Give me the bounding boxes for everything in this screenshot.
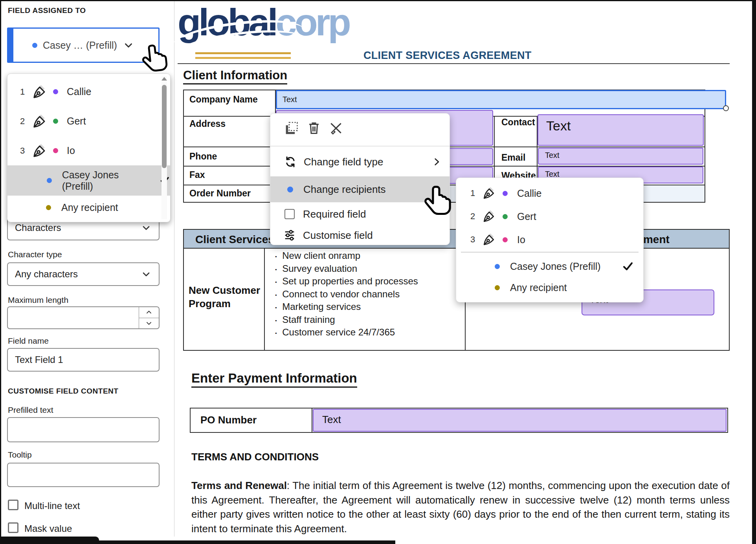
- field-placeholder: Text: [283, 95, 297, 104]
- scrollbar-thumb[interactable]: [162, 85, 167, 168]
- change-recipients-submenu: 1 Callie 2 Gert 3 Io Casey Jones (Prefil…: [456, 178, 644, 302]
- pen-icon: [482, 186, 496, 200]
- multi-line-checkbox[interactable]: [8, 500, 18, 510]
- hand-cursor-icon: [422, 182, 457, 221]
- mask-value-checkbox[interactable]: [8, 522, 18, 533]
- tooltip-input[interactable]: [7, 463, 160, 487]
- stepper-up-button[interactable]: [139, 307, 159, 318]
- dropdown-accent-bar: [8, 29, 13, 62]
- delete-icon[interactable]: [306, 121, 321, 136]
- prefilled-text-label: Prefilled text: [8, 405, 53, 415]
- company-name-field-selected[interactable]: Text: [276, 90, 726, 109]
- logo-gold-bar: [195, 57, 291, 59]
- recipient-name: Gert: [67, 115, 86, 127]
- menu-item-change-field-type[interactable]: Change field type: [270, 147, 450, 176]
- refresh-icon: [284, 156, 297, 168]
- terms-paragraph: Terms and Renewal: The initial term of t…: [191, 478, 730, 536]
- recipient-option-casey-selected[interactable]: Casey Jones (Prefill): [7, 165, 170, 196]
- character-type-select[interactable]: Any characters: [7, 262, 160, 286]
- recipient-option-gert[interactable]: 2 Gert: [7, 106, 170, 136]
- phone-label: Phone: [189, 151, 217, 162]
- hand-cursor-icon: [138, 39, 174, 79]
- character-type-value: Any characters: [15, 269, 78, 280]
- resize-handle[interactable]: [723, 105, 729, 111]
- stepper-down-button[interactable]: [139, 318, 159, 329]
- recipient-order: 3: [20, 146, 30, 156]
- field-placeholder: Text: [546, 118, 571, 133]
- client-services-header-label: Client Services: [195, 233, 274, 246]
- recipient-color-dot: [46, 205, 51, 210]
- recipient-name: Callie: [67, 86, 92, 97]
- recipient-option-callie[interactable]: 1 Callie: [7, 77, 170, 106]
- row-label-line1: New Customer: [189, 284, 260, 297]
- chevron-down-icon: [141, 222, 152, 233]
- window-edge-top: [0, 0, 756, 1]
- menu-item-label: Change field type: [304, 156, 383, 168]
- menu-item-customise-field[interactable]: Customise field: [270, 226, 450, 245]
- unassign-field-icon[interactable]: [328, 121, 343, 136]
- po-number-field[interactable]: Text: [313, 409, 727, 432]
- recipient-dropdown-list: 1 Callie 2 Gert 3 Io Casey Jones (Prefil…: [7, 73, 171, 222]
- agreement-title: CLIENT SERVICES AGREEMENT: [363, 49, 532, 62]
- characters-select-value: Characters: [15, 222, 61, 233]
- field-name-label: Field name: [8, 336, 49, 346]
- contact-field[interactable]: Text: [538, 114, 704, 146]
- chevron-down-icon: [145, 319, 153, 327]
- maximum-length-stepper[interactable]: [7, 306, 160, 329]
- field-name-value: Text Field 1: [15, 354, 63, 365]
- field-name-input[interactable]: Text Field 1: [7, 348, 160, 372]
- field-placeholder: Text: [545, 170, 560, 178]
- recipient-order: 1: [20, 87, 30, 97]
- recipient-color-dot: [47, 178, 52, 183]
- list-item: New client onramp: [275, 250, 460, 263]
- sliders-icon: [283, 229, 296, 242]
- chevron-down-icon: [123, 39, 134, 51]
- services-bullet-list: New client onramp Survey evaluation Set …: [275, 250, 460, 339]
- table-line: [494, 116, 495, 185]
- pen-icon: [32, 114, 48, 129]
- assigned-recipient-dropdown[interactable]: Casey … (Prefill): [7, 27, 160, 63]
- recipient-name: Gert: [517, 211, 536, 222]
- submenu-option-any[interactable]: Any recipient: [456, 278, 643, 297]
- recipient-color-dot: [503, 214, 508, 219]
- menu-item-label: Required field: [303, 208, 366, 220]
- pen-icon: [32, 143, 48, 159]
- recipient-order: 2: [470, 211, 481, 222]
- place-field-icon[interactable]: [284, 121, 299, 136]
- submenu-option-gert[interactable]: 2 Gert: [456, 207, 643, 226]
- recipient-order: 2: [20, 116, 30, 126]
- check-icon: [622, 260, 634, 272]
- recipient-option-io[interactable]: 3 Io: [7, 136, 170, 165]
- list-item: Survey evaluation: [275, 263, 460, 276]
- list-item: Marketing services: [275, 301, 460, 314]
- submenu-option-callie[interactable]: 1 Callie: [456, 183, 643, 203]
- field-assigned-to-title: FIELD ASSIGNED TO: [8, 6, 86, 15]
- recipient-color-dot: [32, 43, 37, 48]
- email-field[interactable]: Text: [538, 148, 703, 165]
- table-line: [312, 408, 312, 433]
- multi-line-label: Multi-line text: [24, 500, 80, 511]
- recipient-order: 1: [470, 188, 481, 198]
- address-label: Address: [189, 119, 226, 129]
- recipient-color-dot: [53, 148, 58, 153]
- submenu-option-io[interactable]: 3 Io: [456, 230, 643, 249]
- scrollbar[interactable]: [161, 76, 167, 219]
- submenu-option-casey-selected[interactable]: Casey Jones (Prefill): [456, 256, 643, 276]
- sidebar-divider: [174, 1, 174, 537]
- payment-information-heading: Enter Payment Information: [191, 371, 357, 388]
- recipient-color-dot: [53, 89, 58, 94]
- table-line: [264, 249, 265, 351]
- list-item: Set up properties and processes: [275, 275, 460, 288]
- terms-and-conditions-heading: TERMS AND CONDITIONS: [191, 451, 319, 463]
- recipient-name: Casey Jones (Prefill): [510, 261, 601, 272]
- company-name-label: Company Name: [189, 94, 258, 105]
- submenu-divider: [461, 252, 639, 253]
- recipient-option-any[interactable]: Any recipient: [7, 196, 170, 219]
- menu-item-label: Customise field: [303, 229, 373, 242]
- prefilled-text-input[interactable]: [7, 417, 160, 442]
- email-label: Email: [501, 152, 525, 163]
- scroll-up-icon[interactable]: [161, 77, 167, 81]
- pen-icon: [32, 84, 48, 100]
- required-field-checkbox[interactable]: [284, 209, 295, 219]
- field-placeholder: Text: [545, 151, 560, 159]
